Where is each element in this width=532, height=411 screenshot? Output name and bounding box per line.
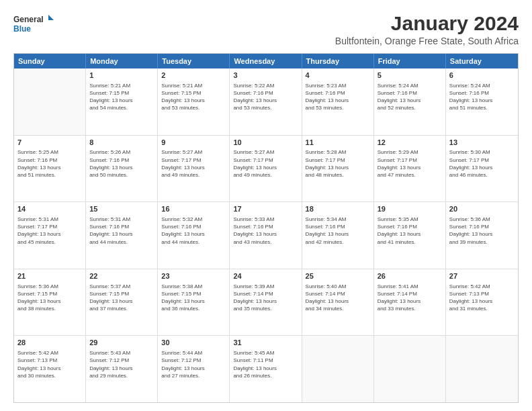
calendar-day-cell: 31Sunrise: 5:45 AM Sunset: 7:11 PM Dayli… [230,336,302,402]
calendar-day-header: Tuesday [158,54,230,68]
day-info: Sunrise: 5:43 AM Sunset: 7:12 PM Dayligh… [89,349,154,379]
day-number: 23 [161,271,226,281]
day-number: 18 [306,204,370,214]
header: General Blue January 2024 Bultfontein, O… [13,12,519,46]
day-info: Sunrise: 5:23 AM Sunset: 7:16 PM Dayligh… [306,82,370,112]
calendar-body: 1Sunrise: 5:21 AM Sunset: 7:15 PM Daylig… [14,68,518,402]
logo: General Blue [13,12,54,36]
day-number: 16 [161,204,226,214]
day-info: Sunrise: 5:32 AM Sunset: 7:16 PM Dayligh… [161,216,226,246]
day-number: 12 [378,138,442,148]
calendar-row: 28Sunrise: 5:42 AM Sunset: 7:13 PM Dayli… [14,336,518,402]
day-number: 29 [89,338,154,348]
day-number: 11 [306,138,370,148]
day-info: Sunrise: 5:37 AM Sunset: 7:15 PM Dayligh… [89,283,154,313]
calendar-day-cell: 1Sunrise: 5:21 AM Sunset: 7:15 PM Daylig… [86,68,158,135]
day-info: Sunrise: 5:31 AM Sunset: 7:17 PM Dayligh… [17,216,82,246]
calendar-day-cell: 21Sunrise: 5:36 AM Sunset: 7:15 PM Dayli… [14,269,86,336]
calendar-day-cell: 19Sunrise: 5:35 AM Sunset: 7:16 PM Dayli… [374,202,446,269]
day-info: Sunrise: 5:42 AM Sunset: 7:13 PM Dayligh… [17,349,82,379]
calendar-day-cell: 3Sunrise: 5:22 AM Sunset: 7:16 PM Daylig… [230,68,302,135]
day-number: 7 [17,138,82,148]
day-number: 8 [89,138,154,148]
day-number: 21 [17,271,82,281]
day-info: Sunrise: 5:30 AM Sunset: 7:17 PM Dayligh… [449,148,515,179]
title-block: January 2024 Bultfontein, Orange Free St… [335,12,519,46]
calendar-day-header: Wednesday [230,54,302,68]
day-info: Sunrise: 5:39 AM Sunset: 7:14 PM Dayligh… [233,283,298,313]
day-number: 28 [17,338,82,348]
day-number: 22 [89,271,154,281]
calendar-day-cell: 23Sunrise: 5:38 AM Sunset: 7:15 PM Dayli… [158,269,230,336]
calendar-day-cell: 9Sunrise: 5:27 AM Sunset: 7:17 PM Daylig… [158,136,230,202]
day-info: Sunrise: 5:44 AM Sunset: 7:12 PM Dayligh… [161,349,226,379]
calendar-day-cell: 10Sunrise: 5:27 AM Sunset: 7:17 PM Dayli… [230,136,302,202]
calendar-day-cell: 20Sunrise: 5:36 AM Sunset: 7:16 PM Dayli… [446,202,518,269]
day-number: 20 [449,204,515,214]
day-number: 3 [233,71,298,81]
day-number: 26 [378,271,442,281]
day-info: Sunrise: 5:38 AM Sunset: 7:15 PM Dayligh… [161,283,226,313]
day-info: Sunrise: 5:26 AM Sunset: 7:16 PM Dayligh… [89,148,154,179]
calendar-day-header: Saturday [446,54,518,68]
calendar-day-cell: 24Sunrise: 5:39 AM Sunset: 7:14 PM Dayli… [230,269,302,336]
svg-text:Blue: Blue [13,24,31,34]
calendar-day-cell: 22Sunrise: 5:37 AM Sunset: 7:15 PM Dayli… [86,269,158,336]
day-number: 19 [378,204,442,214]
calendar-day-cell: 16Sunrise: 5:32 AM Sunset: 7:16 PM Dayli… [158,202,230,269]
day-info: Sunrise: 5:40 AM Sunset: 7:14 PM Dayligh… [306,283,370,313]
main-title: January 2024 [335,12,519,34]
calendar-day-header: Friday [374,54,446,68]
day-info: Sunrise: 5:27 AM Sunset: 7:17 PM Dayligh… [233,148,298,179]
calendar-day-cell: 11Sunrise: 5:28 AM Sunset: 7:17 PM Dayli… [302,136,374,202]
day-number: 30 [161,338,226,348]
day-number: 1 [89,71,154,81]
calendar-day-cell: 29Sunrise: 5:43 AM Sunset: 7:12 PM Dayli… [86,336,158,402]
calendar-day-cell: 30Sunrise: 5:44 AM Sunset: 7:12 PM Dayli… [158,336,230,402]
calendar-row: 21Sunrise: 5:36 AM Sunset: 7:15 PM Dayli… [14,269,518,336]
day-info: Sunrise: 5:36 AM Sunset: 7:16 PM Dayligh… [449,216,515,246]
calendar-day-cell: 13Sunrise: 5:30 AM Sunset: 7:17 PM Dayli… [446,136,518,202]
day-info: Sunrise: 5:28 AM Sunset: 7:17 PM Dayligh… [306,148,370,179]
day-number: 2 [161,71,226,81]
day-number: 31 [233,338,298,348]
day-number: 6 [449,71,515,81]
calendar-day-cell: 7Sunrise: 5:25 AM Sunset: 7:16 PM Daylig… [14,136,86,202]
calendar-day-cell: 28Sunrise: 5:42 AM Sunset: 7:13 PM Dayli… [14,336,86,402]
logo-graphic: General Blue [13,12,54,36]
day-info: Sunrise: 5:22 AM Sunset: 7:16 PM Dayligh… [233,82,298,112]
calendar-day-cell: 15Sunrise: 5:31 AM Sunset: 7:16 PM Dayli… [86,202,158,269]
day-info: Sunrise: 5:34 AM Sunset: 7:16 PM Dayligh… [306,216,370,246]
day-number: 27 [449,271,515,281]
day-info: Sunrise: 5:21 AM Sunset: 7:15 PM Dayligh… [89,82,154,112]
page: General Blue January 2024 Bultfontein, O… [0,0,532,411]
day-info: Sunrise: 5:24 AM Sunset: 7:16 PM Dayligh… [449,82,515,112]
day-info: Sunrise: 5:25 AM Sunset: 7:16 PM Dayligh… [17,148,82,179]
day-info: Sunrise: 5:27 AM Sunset: 7:17 PM Dayligh… [161,148,226,179]
day-number: 5 [378,71,442,81]
calendar-empty-cell [14,68,86,135]
subtitle: Bultfontein, Orange Free State, South Af… [335,36,519,46]
day-number: 15 [89,204,154,214]
day-info: Sunrise: 5:33 AM Sunset: 7:16 PM Dayligh… [233,216,298,246]
svg-marker-2 [48,15,54,20]
calendar: SundayMondayTuesdayWednesdayThursdayFrid… [13,53,519,403]
day-info: Sunrise: 5:41 AM Sunset: 7:14 PM Dayligh… [378,283,442,313]
calendar-day-cell: 2Sunrise: 5:21 AM Sunset: 7:15 PM Daylig… [158,68,230,135]
day-number: 14 [17,204,82,214]
calendar-day-header: Thursday [302,54,374,68]
calendar-day-header: Monday [86,54,158,68]
calendar-day-cell: 18Sunrise: 5:34 AM Sunset: 7:16 PM Dayli… [302,202,374,269]
calendar-day-cell: 27Sunrise: 5:42 AM Sunset: 7:13 PM Dayli… [446,269,518,336]
day-info: Sunrise: 5:24 AM Sunset: 7:16 PM Dayligh… [378,82,442,112]
day-info: Sunrise: 5:42 AM Sunset: 7:13 PM Dayligh… [449,283,515,313]
calendar-day-cell: 25Sunrise: 5:40 AM Sunset: 7:14 PM Dayli… [302,269,374,336]
day-number: 13 [449,138,515,148]
calendar-header: SundayMondayTuesdayWednesdayThursdayFrid… [14,54,518,68]
day-number: 24 [233,271,298,281]
day-number: 10 [233,138,298,148]
calendar-day-cell: 8Sunrise: 5:26 AM Sunset: 7:16 PM Daylig… [86,136,158,202]
calendar-day-header: Sunday [14,54,86,68]
calendar-day-cell: 6Sunrise: 5:24 AM Sunset: 7:16 PM Daylig… [446,68,518,135]
day-info: Sunrise: 5:36 AM Sunset: 7:15 PM Dayligh… [17,283,82,313]
